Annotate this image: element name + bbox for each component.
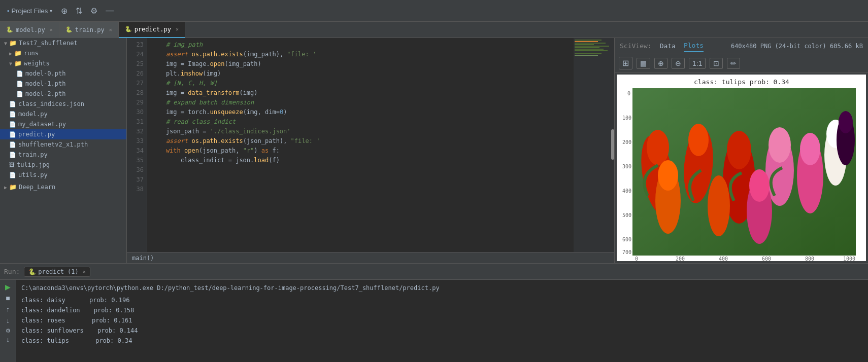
svg-text:0: 0	[635, 256, 638, 261]
py-icon: 🐍	[65, 26, 73, 33]
svg-text:100: 100	[622, 115, 631, 121]
folder-icon: 📁	[9, 184, 17, 191]
file-icon: 🖼	[9, 162, 15, 168]
svg-text:200: 200	[676, 256, 685, 261]
run-output-line-2: class: dandelion prob: 0.158	[21, 305, 863, 315]
svg-point-31	[708, 175, 730, 236]
folder-icon: 📁	[14, 50, 22, 57]
zoom-reset-button[interactable]: 1:1	[689, 58, 706, 69]
file-icon: 📄	[9, 172, 16, 178]
run-label: Run:	[4, 268, 20, 275]
tab-label: predict.py	[135, 26, 171, 33]
sciview-image: class: tulips prob: 0.34 0 100 200 300 4…	[617, 75, 866, 261]
sidebar-item-utils-py[interactable]: 📄 utils.py	[0, 170, 126, 180]
tab-close-train[interactable]: ✕	[109, 27, 112, 32]
chevron-down-icon: ▼	[9, 61, 12, 66]
sidebar-item-predict-py[interactable]: 📄 predict.py	[0, 129, 126, 139]
run-output-line-4: class: sunflowers prob: 0.144	[21, 325, 863, 336]
run-tab-close[interactable]: ✕	[83, 269, 86, 274]
sciview-tab-data[interactable]: Data	[660, 40, 676, 52]
svg-point-24	[800, 133, 820, 165]
class-label-tulips: class: tulips	[21, 337, 69, 344]
file-icon: 📄	[9, 111, 16, 118]
sidebar-item-label: Test7_shufflenet	[19, 40, 78, 47]
edit-button[interactable]: ✏	[727, 58, 740, 69]
py-icon: 🐍	[125, 26, 132, 32]
sidebar: ▼ 📁 Test7_shufflenet ▶ 📁 runs ▼ 📁 weight…	[0, 38, 127, 263]
sidebar-item-train-py[interactable]: 📄 train.py	[0, 150, 126, 160]
svg-text:700: 700	[622, 249, 631, 255]
chevron-down-icon: ▼	[4, 41, 7, 46]
sidebar-item-test7[interactable]: ▼ 📁 Test7_shufflenet	[0, 38, 126, 48]
sidebar-item-model2[interactable]: 📄 model-2.pth	[0, 89, 126, 99]
svg-text:600: 600	[622, 237, 631, 242]
sciview-label: SciView:	[620, 42, 652, 50]
tab-predict-py[interactable]: 🐍 predict.py ✕	[119, 22, 185, 38]
prob-daisy: prob: 0.196	[89, 297, 129, 304]
run-left-buttons: ▶ ■ ↑ ↓ ⚙ ⤓	[0, 280, 16, 362]
zoom-in-button[interactable]: ⊕	[654, 58, 667, 69]
project-files-button[interactable]: ▪ Project Files ▾	[4, 5, 55, 17]
sciview-toolbar: ⊞ ▦ ⊕ ⊖ 1:1 ⊡ ✏	[615, 54, 868, 73]
sidebar-item-label: train.py	[18, 151, 48, 158]
sidebar-item-model-py[interactable]: 📄 model.py	[0, 109, 126, 119]
main-layout: ▼ 📁 Test7_shufflenet ▶ 📁 runs ▼ 📁 weight…	[0, 38, 868, 263]
sidebar-item-label: model-1.pth	[25, 80, 65, 87]
sidebar-item-label: tulip.jpg	[17, 161, 50, 168]
layout-icon[interactable]: ⇅	[73, 5, 85, 17]
top-bar: ▪ Project Files ▾ ⊕ ⇅ ⚙ —	[0, 0, 868, 22]
minimize-icon[interactable]: —	[103, 5, 116, 17]
sidebar-item-label: model.py	[18, 111, 48, 118]
tab-train-py[interactable]: 🐍 train.py ✕	[59, 22, 119, 38]
sidebar-item-label: model-2.pth	[25, 90, 65, 97]
grid-button[interactable]: ▦	[637, 58, 650, 69]
line-numbers: 2324252627 2829303132 3334353637 38	[127, 38, 147, 252]
prob-sunflowers: prob: 0.144	[97, 327, 138, 334]
minimap	[574, 38, 614, 252]
sidebar-item-label: class_indices.json	[18, 100, 84, 107]
run-play-button[interactable]: ▶	[4, 282, 12, 292]
tab-close-model[interactable]: ✕	[50, 27, 53, 32]
run-tab[interactable]: 🐍 predict (1) ✕	[24, 267, 90, 277]
tab-label: train.py	[75, 26, 105, 33]
sidebar-item-model0[interactable]: 📄 model-0.pth	[0, 68, 126, 79]
svg-text:800: 800	[805, 256, 814, 261]
sidebar-item-class-indices[interactable]: 📄 class_indices.json	[0, 99, 126, 109]
svg-point-30	[658, 160, 678, 191]
sidebar-item-weights[interactable]: ▼ 📁 weights	[0, 58, 126, 68]
sidebar-item-tulip[interactable]: 🖼 tulip.jpg	[0, 160, 126, 170]
run-stop-button[interactable]: ■	[5, 293, 11, 303]
run-scroll-down-button[interactable]: ↓	[5, 315, 11, 325]
sidebar-item-runs[interactable]: ▶ 📁 runs	[0, 48, 126, 58]
run-filter-button[interactable]: ⚙	[5, 327, 12, 335]
function-name: main()	[132, 255, 154, 262]
sidebar-item-model1[interactable]: 📄 model-1.pth	[0, 79, 126, 89]
file-icon: 📄	[9, 131, 16, 138]
run-scroll-up-button[interactable]: ↑	[5, 304, 11, 314]
add-icon[interactable]: ⊕	[58, 5, 70, 17]
folder-icon: 📁	[9, 40, 17, 47]
svg-text:0: 0	[627, 91, 630, 96]
sidebar-item-my-dataset[interactable]: 📄 my_dataset.py	[0, 119, 126, 129]
zoom-fit-button[interactable]: ⊡	[710, 58, 723, 69]
sidebar-item-deep-learn[interactable]: ▶ 📁 Deep_Learn	[0, 182, 126, 192]
file-icon: 📄	[9, 121, 16, 128]
svg-point-20	[727, 131, 751, 169]
zoom-out-button[interactable]: ⊖	[672, 58, 685, 69]
settings-icon[interactable]: ⚙	[88, 5, 100, 17]
file-icon: 📄	[16, 70, 23, 77]
svg-point-22	[769, 127, 791, 163]
py-icon: 🐍	[6, 26, 13, 33]
tab-close-predict[interactable]: ✕	[176, 26, 179, 32]
tab-label: model.py	[16, 26, 45, 33]
run-python-icon: 🐍	[28, 268, 36, 275]
sciview-tab-plots[interactable]: Plots	[684, 40, 704, 52]
tab-model-py[interactable]: 🐍 model.py ✕	[0, 22, 59, 38]
code-content[interactable]: 2324252627 2829303132 3334353637 38 # im…	[127, 38, 614, 252]
sidebar-item-shufflenet[interactable]: 📄 shufflenetv2_x1.pth	[0, 139, 126, 150]
run-export-button[interactable]: ⤓	[5, 336, 11, 345]
code-text[interactable]: # img_path assert os.path.exists(img_pat…	[147, 38, 574, 252]
svg-point-33	[749, 169, 770, 202]
fit-image-button[interactable]: ⊞	[619, 57, 632, 69]
tulip-chart: class: tulips prob: 0.34 0 100 200 300 4…	[617, 75, 866, 261]
